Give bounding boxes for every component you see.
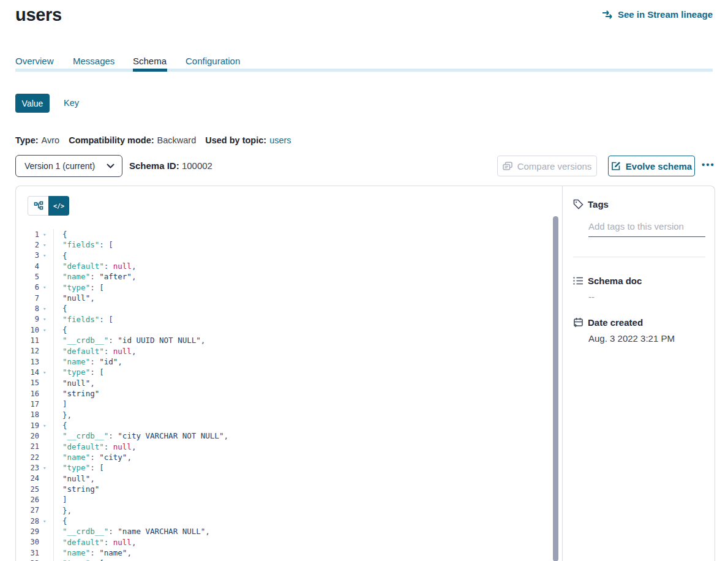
chevron-down-icon — [107, 164, 114, 169]
fold-arrow-icon[interactable]: ▾ — [39, 369, 53, 375]
compare-versions-button[interactable]: Compare versions — [497, 156, 597, 176]
line-number: 23 — [28, 464, 39, 472]
code-text: ] — [53, 494, 67, 505]
line-number: 21 — [28, 442, 39, 451]
evolve-schema-label: Evolve schema — [626, 161, 692, 171]
code-token: ] — [62, 399, 67, 409]
code-line: 16 "string" — [28, 388, 555, 399]
code-token: "fields" — [62, 240, 99, 249]
more-actions-button[interactable]: ••• — [702, 156, 719, 173]
code-token: "id" — [99, 357, 118, 366]
code-token: "__crdb__" — [62, 431, 108, 440]
code-text: "string" — [53, 484, 99, 494]
fold-arrow-icon[interactable]: ▾ — [39, 465, 53, 471]
evolve-schema-button[interactable]: Evolve schema — [608, 156, 695, 176]
line-number: 17 — [28, 400, 39, 409]
code-line: 19▾ { — [28, 420, 555, 431]
code-token: , — [90, 474, 95, 483]
code-token: , — [201, 336, 206, 345]
schema-meta-row: Type: Avro Compatibility mode: Backward … — [15, 135, 291, 145]
code-view-toggle-button[interactable]: </> — [48, 196, 69, 216]
compare-versions-label: Compare versions — [517, 161, 592, 171]
code-token: , — [118, 357, 122, 366]
code-token: "type" — [62, 283, 90, 292]
fold-arrow-icon[interactable]: ▾ — [39, 316, 53, 322]
code-text: "fields": [ — [53, 314, 113, 325]
code-token: { — [62, 251, 67, 260]
code-line: 17 ] — [28, 399, 555, 409]
version-select[interactable]: Version 1 (current) — [15, 155, 122, 177]
code-line: 21 "default": null, — [28, 442, 555, 452]
page-title: users — [15, 5, 62, 25]
used-by-topic-link[interactable]: users — [269, 135, 291, 145]
tab-overview[interactable]: Overview — [15, 56, 54, 66]
code-token: "default" — [62, 538, 104, 547]
line-number: 15 — [28, 378, 39, 387]
value-toggle-button[interactable]: Value — [15, 94, 50, 113]
tag-icon — [573, 199, 584, 209]
code-token: : — [90, 548, 99, 557]
code-line: 25 "string" — [28, 484, 555, 494]
code-text: { — [53, 420, 67, 431]
code-line: 30 "default": null, — [28, 537, 555, 548]
code-token: { — [62, 421, 67, 430]
code-token: { — [62, 230, 67, 239]
tags-section-header: Tags — [573, 199, 609, 209]
version-selected-value: Version 1 (current) — [24, 161, 95, 171]
code-text: "default": null, — [53, 261, 136, 271]
tab-schema[interactable]: Schema — [133, 56, 167, 66]
tree-view-toggle-button[interactable] — [28, 196, 48, 216]
sidebar-divider — [573, 257, 705, 257]
line-number: 12 — [28, 347, 39, 355]
code-text: { — [53, 303, 67, 314]
code-line: 4 "default": null, — [28, 261, 555, 271]
code-token: "after" — [99, 272, 132, 281]
code-token: : — [108, 431, 118, 440]
line-number: 2 — [28, 241, 39, 249]
code-text: "null", — [53, 293, 95, 303]
line-number: 20 — [28, 432, 39, 440]
code-text: "__crdb__": "id UUID NOT NULL", — [53, 335, 205, 345]
stream-lineage-icon — [602, 10, 614, 20]
fold-arrow-icon[interactable]: ▾ — [39, 232, 53, 238]
edit-pencil-icon — [611, 161, 621, 171]
line-number: 10 — [28, 326, 39, 334]
code-text: { — [53, 516, 67, 526]
fold-arrow-icon[interactable]: ▾ — [39, 306, 53, 312]
code-token: : [ — [90, 559, 104, 561]
type-label: Type: — [15, 135, 39, 145]
code-token: null — [113, 442, 132, 451]
code-line: 12 "default": null, — [28, 346, 555, 356]
fold-arrow-icon[interactable]: ▾ — [39, 284, 53, 290]
details-sidebar: Tags Schema doc -- — [562, 186, 716, 561]
code-token: , — [223, 431, 228, 440]
code-text: "type": [ — [53, 462, 104, 473]
tab-messages[interactable]: Messages — [73, 56, 114, 66]
code-token: "fields" — [62, 315, 99, 324]
editor-scrollbar[interactable] — [553, 216, 558, 561]
key-toggle-button[interactable]: Key — [64, 98, 79, 108]
code-text: ] — [53, 399, 67, 409]
code-token: : — [108, 336, 118, 345]
code-token: "name" — [62, 548, 90, 557]
see-in-stream-lineage-label: See in Stream lineage — [618, 9, 713, 20]
fold-arrow-icon[interactable]: ▾ — [39, 327, 53, 333]
code-token: "name" — [62, 272, 90, 281]
line-number: 27 — [28, 506, 39, 514]
code-token: "type" — [62, 559, 90, 561]
fold-arrow-icon[interactable]: ▾ — [39, 242, 53, 248]
compare-versions-icon — [503, 162, 512, 171]
add-tags-input[interactable] — [588, 219, 705, 237]
tab-configuration[interactable]: Configuration — [186, 56, 240, 66]
code-text: "type": [ — [53, 367, 104, 377]
code-token: : — [104, 442, 113, 451]
code-text: "type": [ — [53, 282, 104, 293]
code-text: "name": "city", — [53, 452, 132, 462]
tab-active-indicator — [133, 69, 167, 72]
fold-arrow-icon[interactable]: ▾ — [39, 518, 53, 524]
code-token: : [ — [90, 463, 104, 472]
fold-arrow-icon[interactable]: ▾ — [39, 423, 53, 429]
see-in-stream-lineage-link[interactable]: See in Stream lineage — [602, 9, 713, 20]
code-token: , — [132, 272, 137, 281]
fold-arrow-icon[interactable]: ▾ — [39, 252, 53, 258]
